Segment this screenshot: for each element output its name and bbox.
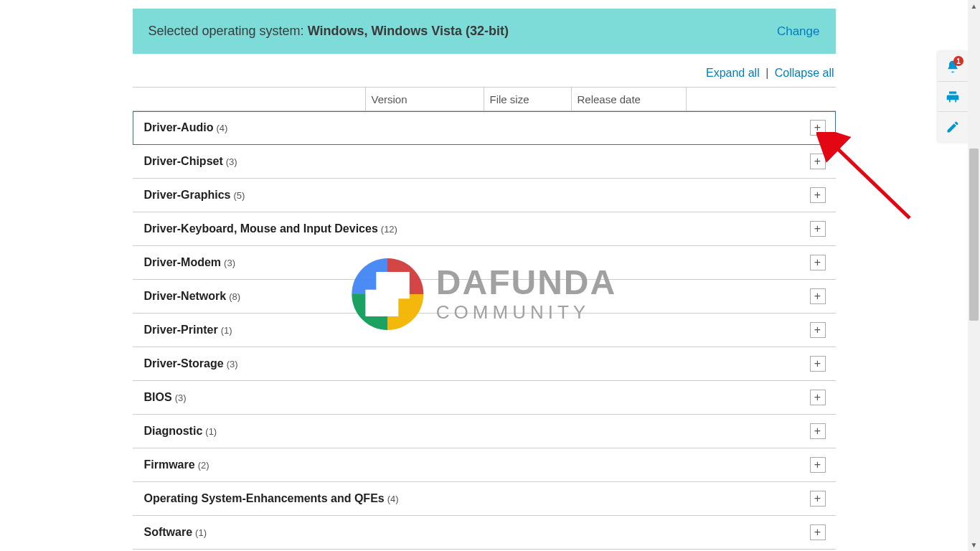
category-row[interactable]: Driver-Audio(4)+ [133, 111, 836, 145]
vertical-scrollbar[interactable]: ▲ ▼ [968, 0, 980, 551]
plus-icon: + [814, 189, 821, 201]
plus-icon: + [814, 493, 821, 504]
category-name: Operating System-Enhancements and QFEs [144, 492, 385, 505]
expand-toggle[interactable]: + [810, 322, 826, 338]
expand-toggle[interactable]: + [810, 288, 826, 304]
category-count: (2) [198, 460, 209, 471]
category-count: (3) [175, 392, 187, 403]
print-button[interactable] [938, 82, 968, 112]
plus-icon: + [814, 459, 821, 471]
os-banner-text: Selected operating system: Windows, Wind… [149, 24, 509, 39]
col-releasedate: Release date [572, 88, 687, 110]
category-row[interactable]: Driver-Network(8)+ [133, 280, 836, 314]
expand-all-link[interactable]: Expand all [706, 67, 760, 79]
category-name: Software [144, 526, 193, 539]
category-name: Diagnostic [144, 425, 203, 438]
plus-icon: + [814, 527, 821, 538]
plus-icon: + [814, 257, 821, 268]
plus-icon: + [814, 223, 821, 235]
expand-toggle[interactable]: + [810, 356, 826, 372]
os-banner-sep: , [364, 24, 371, 38]
category-row[interactable]: Operating System-Enhancements and QFEs(4… [133, 482, 836, 516]
category-row[interactable]: Software(1)+ [133, 516, 836, 550]
expand-toggle[interactable]: + [810, 457, 826, 473]
os-banner: Selected operating system: Windows, Wind… [133, 9, 836, 54]
category-name: Driver-Chipset [144, 155, 223, 168]
category-count: (1) [205, 426, 217, 437]
table-header: Version File size Release date [133, 87, 836, 111]
category-count: (4) [387, 494, 399, 504]
category-count: (4) [216, 123, 227, 133]
category-row[interactable]: Driver-Storage(3)+ [133, 347, 836, 381]
category-row[interactable]: Driver-Keyboard, Mouse and Input Devices… [133, 212, 836, 246]
notifications-badge: 1 [953, 56, 963, 66]
category-name: Driver-Network [144, 290, 227, 303]
page-scroll[interactable]: Selected operating system: Windows, Wind… [0, 0, 968, 551]
category-count: (1) [221, 325, 232, 336]
category-row[interactable]: Driver-Chipset(3)+ [133, 145, 836, 179]
os-banner-label: Selected operating system: [149, 24, 308, 38]
side-toolbar: 1 [938, 52, 968, 142]
category-count: (5) [233, 190, 245, 201]
expand-toggle[interactable]: + [810, 154, 826, 169]
category-row[interactable]: Firmware(2)+ [133, 448, 836, 482]
plus-icon: + [814, 324, 821, 336]
notifications-button[interactable]: 1 [938, 52, 968, 82]
change-os-link[interactable]: Change [777, 24, 820, 39]
col-actions [687, 88, 836, 110]
plus-icon: + [814, 156, 821, 167]
expand-toggle[interactable]: + [810, 491, 826, 507]
edit-icon [946, 120, 960, 134]
category-count: (12) [381, 224, 397, 235]
category-name: Driver-Modem [144, 256, 222, 269]
col-version: Version [366, 88, 484, 110]
expand-toggle[interactable]: + [810, 221, 826, 237]
printer-icon [946, 90, 960, 104]
scroll-thumb[interactable] [969, 149, 979, 321]
category-name: Driver-Audio [144, 121, 214, 134]
category-row[interactable]: Driver-Graphics(5)+ [133, 179, 836, 212]
plus-icon: + [814, 122, 821, 133]
category-count: (3) [226, 156, 237, 167]
os-banner-family: Windows [308, 24, 364, 38]
category-count: (1) [195, 527, 207, 538]
expand-toggle[interactable]: + [810, 524, 826, 540]
feedback-button[interactable] [938, 112, 968, 142]
scroll-up-arrow-icon[interactable]: ▲ [968, 0, 980, 12]
expand-toggle[interactable]: + [810, 255, 826, 270]
expand-toggle[interactable]: + [810, 120, 826, 136]
os-banner-name: Windows Vista (32-bit) [371, 24, 509, 38]
scroll-track[interactable] [968, 12, 980, 539]
plus-icon: + [814, 392, 821, 403]
col-filesize: File size [484, 88, 572, 110]
category-row[interactable]: Driver-Modem(3)+ [133, 246, 836, 280]
category-name: Driver-Storage [144, 357, 224, 370]
category-count: (3) [227, 359, 238, 369]
expand-toggle[interactable]: + [810, 390, 826, 405]
category-row[interactable]: Driver-Printer(1)+ [133, 314, 836, 347]
controls-separator: | [765, 67, 768, 79]
expand-toggle[interactable]: + [810, 423, 826, 439]
expand-toggle[interactable]: + [810, 187, 826, 203]
plus-icon: + [814, 425, 821, 437]
collapse-all-link[interactable]: Collapse all [775, 67, 834, 79]
plus-icon: + [814, 291, 821, 302]
category-name: Driver-Graphics [144, 189, 231, 202]
category-name: BIOS [144, 391, 172, 404]
plus-icon: + [814, 358, 821, 369]
category-count: (3) [224, 258, 235, 268]
scroll-down-arrow-icon[interactable]: ▼ [968, 539, 980, 551]
category-row[interactable]: BIOS(3)+ [133, 381, 836, 415]
category-row[interactable]: Diagnostic(1)+ [133, 415, 836, 448]
category-name: Driver-Keyboard, Mouse and Input Devices [144, 222, 378, 235]
category-name: Driver-Printer [144, 324, 218, 336]
col-name [133, 88, 366, 110]
category-count: (8) [229, 291, 240, 302]
category-name: Firmware [144, 458, 195, 471]
expand-collapse-controls: Expand all | Collapse all [133, 54, 836, 87]
